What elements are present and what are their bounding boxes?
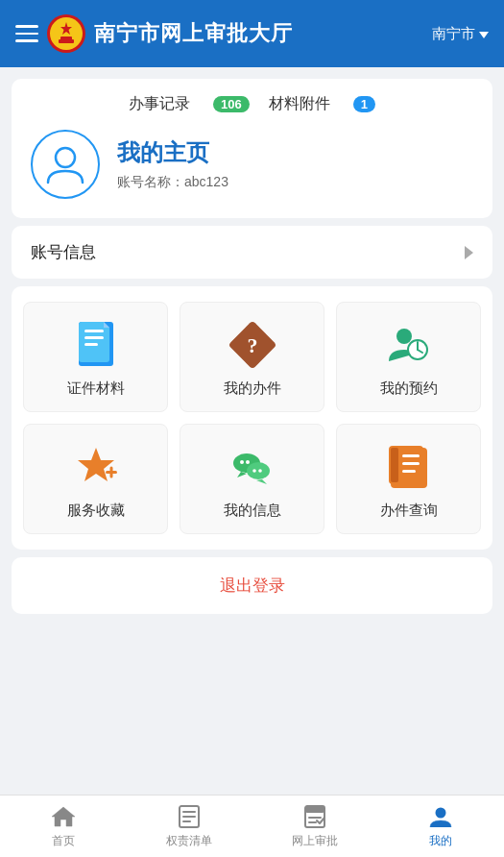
- svg-rect-22: [109, 467, 112, 478]
- avatar: [31, 130, 100, 199]
- svg-marker-20: [78, 448, 114, 481]
- header-left: 南宁市网上审批大厅: [15, 13, 293, 54]
- svg-text:?: ?: [247, 333, 257, 357]
- nav-label-mine: 我的: [429, 833, 452, 849]
- user-nav-icon: [427, 803, 454, 830]
- nav-item-home[interactable]: 首页: [0, 796, 126, 857]
- app-title: 南宁市网上审批大厅: [94, 19, 293, 48]
- record-badge: 106: [213, 96, 250, 112]
- svg-marker-35: [52, 807, 75, 826]
- menu-item-work-query[interactable]: 办件查询: [336, 424, 481, 534]
- menu-item-my-message[interactable]: 我的信息: [180, 424, 324, 534]
- svg-point-25: [246, 460, 250, 464]
- profile-name: 我的主页: [117, 137, 228, 168]
- svg-point-26: [247, 462, 270, 479]
- menu-item-my-appointment[interactable]: 我的预约: [336, 302, 481, 412]
- national-emblem: [46, 13, 86, 54]
- menu-label-cert-materials: 证件材料: [67, 380, 125, 398]
- list-icon: [384, 442, 434, 492]
- menu-item-cert-materials[interactable]: 证件材料: [23, 302, 168, 412]
- logout-card[interactable]: 退出登录: [12, 557, 492, 614]
- home-icon: [50, 803, 77, 830]
- account-info-text: 账号名称：abc123: [117, 174, 228, 191]
- svg-point-27: [252, 469, 256, 473]
- nav-item-online-approval[interactable]: 网上审批: [252, 796, 378, 857]
- svg-point-24: [240, 460, 244, 464]
- svg-point-15: [396, 329, 412, 344]
- avatar-icon: [41, 140, 89, 188]
- menu-label-my-message: 我的信息: [224, 502, 281, 520]
- svg-point-28: [258, 469, 262, 473]
- menu-label-my-work: 我的办件: [224, 380, 281, 398]
- account-value: abc123: [184, 174, 228, 189]
- svg-rect-31: [391, 448, 398, 482]
- svg-point-44: [436, 808, 446, 819]
- record-label: 办事记录: [129, 94, 190, 114]
- nav-label-home: 首页: [52, 833, 75, 849]
- city-label: 南宁市: [432, 25, 475, 43]
- question-diamond-icon: ?: [228, 320, 277, 370]
- hamburger-menu-button[interactable]: [15, 25, 38, 42]
- account-info-label: 账号信息: [31, 241, 96, 263]
- menu-label-work-query: 办件查询: [380, 502, 438, 520]
- svg-rect-34: [402, 470, 416, 473]
- svg-rect-32: [402, 454, 420, 457]
- nav-item-responsibility[interactable]: 权责清单: [126, 796, 252, 857]
- logout-button[interactable]: 退出登录: [220, 575, 285, 597]
- account-prefix: 账号名称：: [117, 174, 184, 189]
- svg-rect-33: [402, 462, 420, 465]
- nav-item-mine[interactable]: 我的: [378, 796, 504, 857]
- svg-rect-41: [305, 806, 324, 813]
- profile-info: 我的主页 账号名称：abc123: [31, 130, 473, 199]
- chevron-right-icon: [465, 246, 473, 259]
- menu-card: 证件材料 ? 我的办件: [12, 286, 492, 550]
- app-header: 南宁市网上审批大厅 南宁市: [0, 0, 504, 67]
- menu-item-favorites[interactable]: 服务收藏: [23, 424, 168, 534]
- chevron-down-icon: [479, 32, 489, 38]
- city-selector[interactable]: 南宁市: [432, 25, 489, 43]
- nav-label-online-approval: 网上审批: [292, 833, 338, 849]
- bottom-navigation: 首页 权责清单 网上审批: [0, 795, 504, 857]
- svg-rect-10: [84, 343, 98, 346]
- wechat-icon: [228, 442, 277, 492]
- menu-grid: 证件材料 ? 我的办件: [23, 302, 481, 534]
- nav-label-responsibility: 权责清单: [166, 833, 212, 849]
- menu-item-my-work[interactable]: ? 我的办件: [180, 302, 324, 412]
- document-icon: [71, 320, 121, 370]
- main-content: 办事记录 106 材料附件 1 我的主页 账号名称：abc123 账号信息: [0, 67, 504, 795]
- attachment-label: 材料附件: [269, 94, 330, 114]
- menu-label-my-appointment: 我的预约: [380, 380, 438, 398]
- record-row: 办事记录 106 材料附件 1: [31, 94, 473, 114]
- star-icon: [71, 442, 121, 492]
- svg-rect-4: [60, 37, 72, 40]
- svg-rect-7: [79, 322, 109, 362]
- svg-rect-8: [84, 330, 104, 332]
- attachment-badge: 1: [353, 96, 375, 112]
- list-nav-icon: [176, 803, 203, 830]
- approval-icon: [301, 803, 328, 830]
- account-info-row[interactable]: 账号信息: [12, 226, 492, 279]
- profile-card: 办事记录 106 材料附件 1 我的主页 账号名称：abc123: [12, 79, 492, 218]
- svg-rect-9: [84, 336, 104, 339]
- menu-label-favorites: 服务收藏: [67, 502, 125, 520]
- profile-text: 我的主页 账号名称：abc123: [117, 137, 228, 191]
- svg-point-5: [56, 148, 75, 167]
- appointment-icon: [384, 320, 434, 370]
